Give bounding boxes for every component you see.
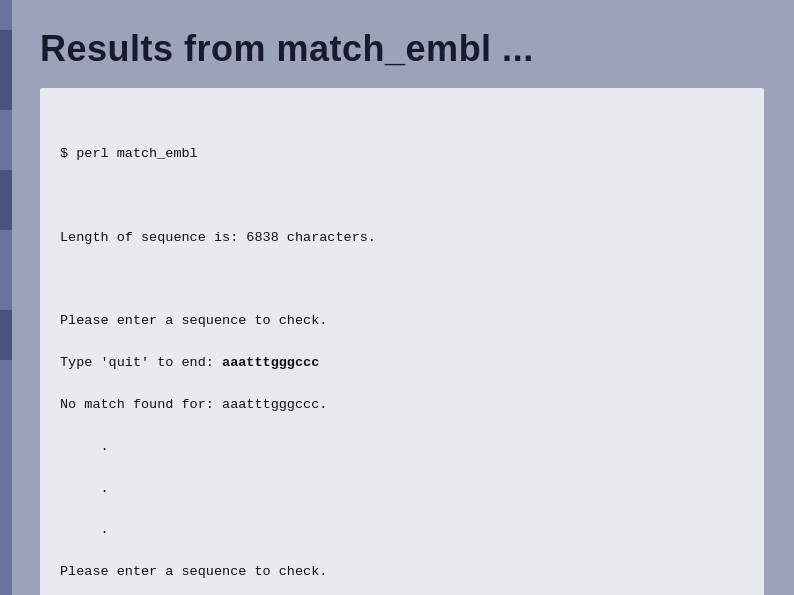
accent-block-1	[0, 30, 12, 110]
page-container: Results from match_embl ... $ perl match…	[0, 0, 794, 595]
length-line: Length of sequence is: 6838 characters.	[60, 228, 744, 249]
accent-block-3	[0, 310, 12, 360]
blank-line-1	[60, 186, 744, 207]
command-line: $ perl match_embl	[60, 144, 744, 165]
dot2: .	[60, 479, 744, 500]
code-block: $ perl match_embl Length of sequence is:…	[60, 102, 744, 595]
dot1: .	[60, 437, 744, 458]
s2-line1: Please enter a sequence to check.	[60, 562, 744, 583]
s1-line1: Please enter a sequence to check.	[60, 311, 744, 332]
title-section: Results from match_embl ...	[0, 0, 794, 88]
page-title: Results from match_embl ...	[40, 28, 764, 70]
blank-line-2	[60, 269, 744, 290]
s1-line2-bold: aaatttgggccc	[222, 355, 319, 370]
left-accent-bar	[0, 0, 12, 595]
accent-block-2	[0, 170, 12, 230]
content-area: $ perl match_embl Length of sequence is:…	[40, 88, 764, 595]
s1-line3: No match found for: aaatttgggccc.	[60, 395, 744, 416]
dot3: .	[60, 520, 744, 541]
s1-line2-prefix: Type 'quit' to end:	[60, 355, 222, 370]
s1-line2: Type 'quit' to end: aaatttgggccc	[60, 353, 744, 374]
